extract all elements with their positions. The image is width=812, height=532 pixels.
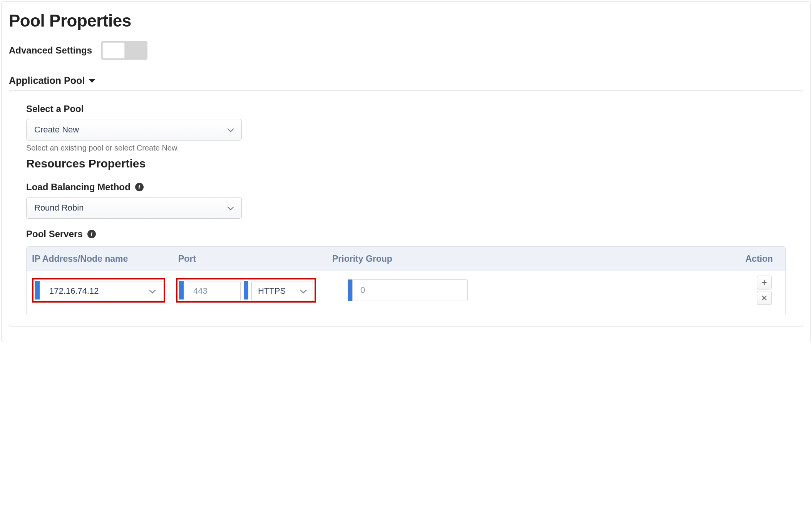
info-icon[interactable]: i [135, 183, 144, 191]
port-value: 443 [193, 286, 208, 296]
priority-wrap: 0 [348, 279, 468, 301]
priority-input[interactable]: 0 [352, 279, 468, 301]
col-header-ip: IP Address/Node name [32, 254, 178, 264]
caret-down-icon [89, 79, 95, 83]
page-title: Pool Properties [9, 11, 803, 30]
table-row: 172.16.74.12 443 HTTPS [27, 271, 785, 315]
protocol-dropdown[interactable]: HTTPS [251, 281, 313, 301]
advanced-settings-toggle[interactable] [101, 41, 147, 60]
select-pool-label: Select a Pool [26, 104, 786, 114]
load-balancing-value: Round Robin [34, 203, 84, 213]
plus-icon [761, 279, 767, 286]
protocol-value: HTTPS [258, 286, 286, 296]
select-pool-label-text: Select a Pool [26, 104, 84, 114]
add-row-button[interactable] [757, 276, 772, 289]
chevron-down-icon [228, 127, 234, 133]
cell-port: 443 HTTPS [178, 278, 332, 303]
action-buttons [757, 276, 772, 305]
select-pool-dropdown[interactable]: Create New [26, 119, 242, 141]
toggle-knob [102, 42, 125, 59]
section-application-pool-header[interactable]: Application Pool [9, 75, 803, 86]
blue-bar [348, 279, 352, 301]
select-pool-value: Create New [34, 125, 79, 135]
ip-address-value: 172.16.74.12 [49, 286, 99, 296]
close-icon [761, 295, 767, 301]
resources-properties-title: Resources Properties [26, 157, 786, 170]
advanced-settings-label: Advanced Settings [9, 45, 92, 56]
port-input[interactable]: 443 [187, 281, 241, 301]
load-balancing-label-text: Load Balancing Method [26, 182, 131, 192]
info-icon[interactable]: i [87, 230, 96, 238]
panel-pool-properties: Pool Properties Advanced Settings Applic… [2, 2, 810, 342]
col-header-action: Action [745, 254, 780, 264]
pool-servers-label: Pool Servers i [26, 229, 786, 239]
col-header-priority: Priority Group [332, 254, 745, 264]
section-body: Select a Pool Create New Select an exist… [9, 90, 803, 326]
ip-address-dropdown[interactable]: 172.16.74.12 [43, 281, 162, 301]
cell-priority: 0 [332, 279, 745, 301]
cell-action [745, 276, 780, 305]
pool-servers-table: IP Address/Node name Port Priority Group… [26, 246, 786, 315]
blue-bar [179, 281, 184, 299]
chevron-down-icon [228, 205, 234, 211]
chevron-down-icon [149, 288, 156, 294]
advanced-settings-row: Advanced Settings [9, 41, 803, 60]
blue-bar [244, 281, 248, 299]
highlight-box-port: 443 HTTPS [176, 278, 316, 303]
load-balancing-dropdown[interactable]: Round Robin [26, 197, 242, 219]
chevron-down-icon [300, 288, 306, 294]
blue-bar [35, 281, 40, 299]
section-header-label: Application Pool [9, 75, 85, 86]
pool-servers-label-text: Pool Servers [26, 229, 83, 239]
col-header-port: Port [178, 254, 332, 264]
priority-value: 0 [360, 285, 365, 295]
load-balancing-label: Load Balancing Method i [26, 182, 786, 192]
remove-row-button[interactable] [757, 291, 772, 305]
cell-ip: 172.16.74.12 [32, 278, 178, 303]
table-header-row: IP Address/Node name Port Priority Group… [27, 247, 785, 271]
select-pool-help: Select an existing pool or select Create… [26, 144, 786, 152]
highlight-box-ip: 172.16.74.12 [32, 278, 165, 303]
